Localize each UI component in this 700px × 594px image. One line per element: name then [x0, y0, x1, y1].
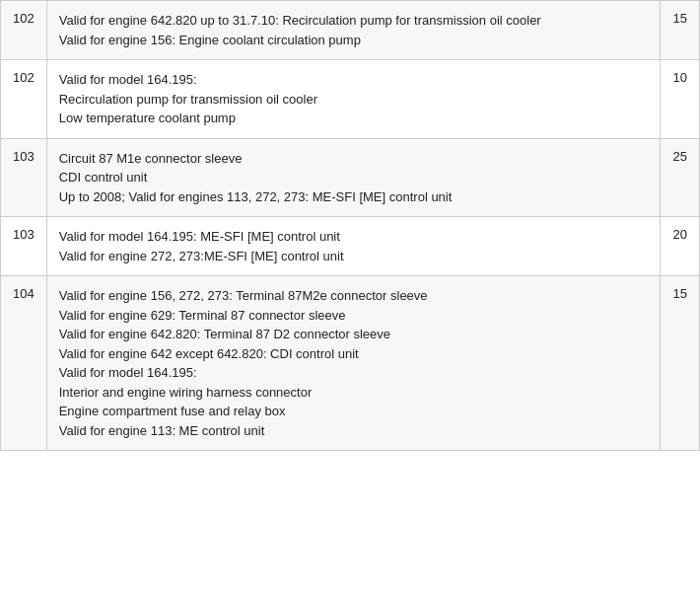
- row-number: 102: [1, 60, 47, 139]
- desc-line: Valid for model 164.195: ME-SFI [ME] con…: [59, 227, 648, 247]
- row-description: Valid for engine 642.820 up to 31.7.10: …: [46, 1, 660, 60]
- desc-line: Interior and engine wiring harness conne…: [59, 383, 648, 403]
- row-quantity: 20: [661, 217, 700, 276]
- desc-line: Low temperature coolant pump: [59, 109, 648, 128]
- desc-line: Valid for engine 272, 273:ME-SFI [ME] co…: [59, 247, 648, 266]
- desc-line: Valid for engine 156: Engine coolant cir…: [59, 31, 648, 50]
- row-quantity: 15: [661, 1, 700, 60]
- desc-line: Up to 2008; Valid for engines 113, 272, …: [59, 187, 648, 207]
- row-description: Circuit 87 M1e connector sleeveCDI contr…: [46, 138, 660, 217]
- row-number: 103: [1, 217, 47, 276]
- table-row: 103Valid for model 164.195: ME-SFI [ME] …: [1, 217, 700, 276]
- desc-line: Valid for engine 642 except 642.820: CDI…: [59, 344, 648, 364]
- table-row: 102Valid for engine 642.820 up to 31.7.1…: [1, 1, 700, 60]
- row-number: 102: [1, 1, 47, 60]
- row-description: Valid for model 164.195: ME-SFI [ME] con…: [46, 217, 660, 276]
- row-quantity: 25: [661, 138, 700, 217]
- desc-line: Valid for engine 156, 272, 273: Terminal…: [59, 286, 648, 306]
- parts-table: 102Valid for engine 642.820 up to 31.7.1…: [0, 0, 700, 451]
- row-number: 103: [1, 138, 47, 217]
- row-description: Valid for engine 156, 272, 273: Terminal…: [46, 276, 660, 451]
- desc-line: Valid for model 164.195:: [59, 363, 648, 383]
- desc-line: Valid for engine 642.820: Terminal 87 D2…: [59, 325, 648, 344]
- desc-line: Valid for model 164.195:: [59, 70, 648, 90]
- desc-line: Circuit 87 M1e connector sleeve: [59, 149, 648, 169]
- desc-line: Valid for engine 642.820 up to 31.7.10: …: [59, 11, 648, 31]
- row-quantity: 10: [661, 60, 700, 139]
- desc-line: CDI control unit: [59, 168, 648, 187]
- desc-line: Valid for engine 629: Terminal 87 connec…: [59, 306, 648, 326]
- desc-line: Engine compartment fuse and relay box: [59, 402, 648, 421]
- desc-line: Valid for engine 113: ME control unit: [59, 421, 648, 441]
- row-quantity: 15: [661, 276, 700, 451]
- table-row: 102Valid for model 164.195:Recirculation…: [1, 60, 700, 139]
- table-row: 103Circuit 87 M1e connector sleeveCDI co…: [1, 138, 700, 217]
- row-number: 104: [1, 276, 47, 451]
- row-description: Valid for model 164.195:Recirculation pu…: [46, 60, 660, 139]
- table-row: 104Valid for engine 156, 272, 273: Termi…: [1, 276, 700, 451]
- desc-line: Recirculation pump for transmission oil …: [59, 90, 648, 110]
